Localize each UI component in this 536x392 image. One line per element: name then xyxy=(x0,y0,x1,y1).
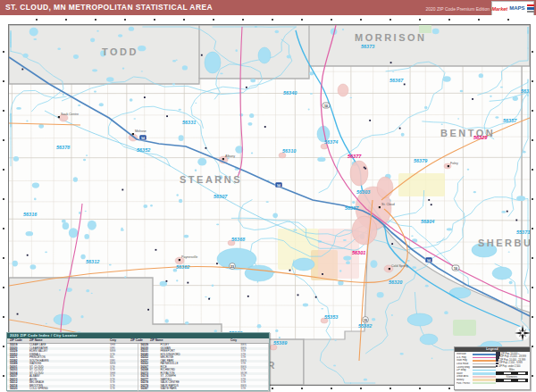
route-shield-10: 10 xyxy=(452,265,459,271)
neatline-tick xyxy=(532,169,533,171)
zip-label-56352: 56352 xyxy=(137,147,150,153)
table-row: 56387WAITE PARKSTE xyxy=(138,388,269,391)
route-shield-94: 94 xyxy=(275,182,282,188)
svg-text:94: 94 xyxy=(277,184,281,188)
legend-item: Park / Forest xyxy=(456,381,496,385)
svg-text:23: 23 xyxy=(230,265,234,269)
neatline-tick xyxy=(360,19,362,21)
scale-bar-miles_label: Miles xyxy=(496,369,528,375)
city-label: Foley xyxy=(450,162,458,165)
city-label: Sauk Centre xyxy=(61,113,79,116)
zip-label-56340: 56340 xyxy=(283,90,297,96)
route-shield-15: 15 xyxy=(363,317,369,323)
svg-text:10: 10 xyxy=(324,104,328,108)
neatline-tick xyxy=(532,316,533,318)
neatline-tick xyxy=(532,346,533,347)
neatline-tick xyxy=(532,80,533,82)
neatline-tick xyxy=(213,19,214,21)
neatline-tick xyxy=(331,388,332,389)
map-canvas: 94949410102315TODDMORRISONSTEARNSBENTONS… xyxy=(9,25,530,385)
county-label-morrison: MORRISON xyxy=(355,32,427,43)
neatline-tick xyxy=(448,19,450,21)
neatline-tick xyxy=(3,139,4,141)
zip-label-56357: 56357 xyxy=(503,118,517,123)
zip-label-55389: 55389 xyxy=(273,340,288,346)
zip-label-56301: 56301 xyxy=(352,250,365,255)
svg-text:94: 94 xyxy=(427,259,431,263)
logo-maps-text: MAPS xyxy=(509,6,524,11)
neatline-tick xyxy=(532,375,533,377)
city-label: St. Cloud xyxy=(381,203,395,206)
neatline-tick xyxy=(532,110,533,112)
neatline-tick xyxy=(532,287,533,288)
neatline-tick xyxy=(3,80,4,82)
neatline-tick xyxy=(272,388,273,389)
zip-label-56374: 56374 xyxy=(324,139,338,145)
neatline-tick xyxy=(301,388,303,389)
neatline-tick xyxy=(272,19,273,21)
neatline-tick xyxy=(360,388,362,389)
zip-label-56367: 56367 xyxy=(389,78,404,83)
zip-label-56303: 56303 xyxy=(356,189,370,195)
neatline-tick xyxy=(3,169,4,171)
city-label: Melrose xyxy=(135,129,147,133)
neatline-tick xyxy=(478,19,480,21)
map-legend: Legend InterstateU.S. HwyState HwyLocal … xyxy=(454,346,531,390)
zip-label-55353: 55353 xyxy=(324,314,338,320)
logo-bars-icon xyxy=(527,4,534,13)
svg-text:94: 94 xyxy=(141,137,145,140)
neatline-tick xyxy=(3,375,4,377)
county-label-sherburne: SHERBURNE xyxy=(478,238,530,248)
zip-label-56330: 56330 xyxy=(521,88,530,94)
zip-label-55382: 55382 xyxy=(358,323,372,329)
neatline-tick xyxy=(532,257,533,259)
zip-table-left-column: 55319CLEAR LAKESHE55320CLEARWATERWRI5532… xyxy=(7,344,138,391)
neatline-tick xyxy=(419,19,421,21)
table-row: 56320COLD SPRINGSTE xyxy=(7,388,138,391)
neatline-tick xyxy=(154,19,155,21)
zip-code-index-table: 2020 ZIP Code Index / City Locator ZIP C… xyxy=(6,332,270,391)
county-label-todd: TODD xyxy=(102,46,138,57)
neatline-tick xyxy=(532,228,533,229)
zip-label-55371: 55371 xyxy=(516,229,530,235)
zip-label-56312: 56312 xyxy=(86,259,99,264)
neatline-tick xyxy=(3,287,4,288)
neatline-tick xyxy=(532,139,533,141)
zip-label-56379: 56379 xyxy=(414,158,428,163)
neatline-tick xyxy=(532,51,533,53)
route-shield-94: 94 xyxy=(139,135,147,140)
zip-label-56378: 56378 xyxy=(56,145,71,150)
neatline-tick xyxy=(65,19,67,21)
neatline-tick xyxy=(242,19,244,21)
zip-label-56329: 56329 xyxy=(473,135,488,140)
publisher-logo: Market MAPS xyxy=(491,1,534,16)
title-bar: ST. CLOUD, MN METROPOLITAN STATISTICAL A… xyxy=(0,0,536,15)
svg-text:10: 10 xyxy=(454,267,457,271)
route-shield-94: 94 xyxy=(425,257,432,263)
neatline-tick xyxy=(507,19,509,21)
zip-label-56307: 56307 xyxy=(214,194,228,199)
neatline-tick xyxy=(3,346,4,347)
neatline-tick xyxy=(3,257,4,259)
zip-label-56362: 56362 xyxy=(176,264,189,270)
route-shield-23: 23 xyxy=(230,263,236,270)
map-title: ST. CLOUD, MN METROPOLITAN STATISTICAL A… xyxy=(5,3,213,12)
city-label: Cold Spring xyxy=(391,264,408,268)
zip-label-56387: 56387 xyxy=(345,205,359,211)
edition-label: 2020 ZIP Code Premium Edition xyxy=(425,6,490,12)
legend-population-items: ZIP Pop. 50,000 +ZIP Pop. 25,000 - 49,99… xyxy=(496,353,528,385)
neatline-tick xyxy=(448,388,450,389)
neatline-tick xyxy=(3,316,4,318)
zip-label-56316: 56316 xyxy=(23,212,38,217)
neatline-tick xyxy=(3,198,4,200)
city-label: Albany xyxy=(225,154,235,158)
neatline-tick xyxy=(389,388,391,389)
zip-label-56331: 56331 xyxy=(182,120,196,125)
zip-label-56310: 56310 xyxy=(282,148,296,154)
scale-bar-km_label: Kilometers xyxy=(496,376,528,382)
zip-table-right-column: 56329FOLEYBEN56330GILMANBEN56331FREEPORT… xyxy=(138,344,270,391)
map-poster: { "header": { "title": "ST. CLOUD, MN ME… xyxy=(0,0,536,392)
neatline-tick xyxy=(301,19,303,21)
zip-label-56368: 56368 xyxy=(231,237,246,242)
neatline-tick xyxy=(389,19,391,21)
